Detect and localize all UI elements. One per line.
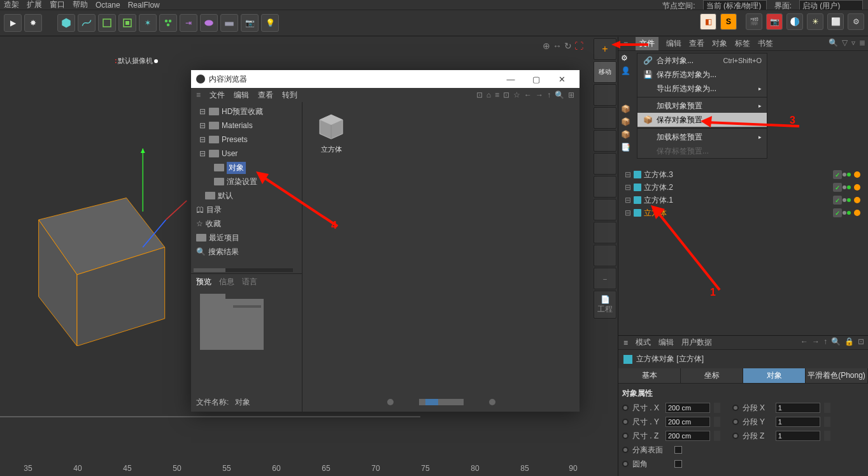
om-menu-object[interactable]: 对象 xyxy=(712,38,727,49)
timeline-ruler[interactable]: 35 40 45 50 55 60 65 70 75 80 85 90 xyxy=(0,464,587,474)
tool[interactable] xyxy=(594,130,616,152)
minimize-icon[interactable]: — xyxy=(498,75,523,84)
plus-icon[interactable]: + xyxy=(594,38,616,60)
separate-checkbox[interactable] xyxy=(674,446,682,454)
generator-icon[interactable] xyxy=(98,14,116,32)
search-icon[interactable]: 🔍 xyxy=(831,337,841,346)
tree-search[interactable]: 🔍搜索结果 xyxy=(194,245,299,259)
tab-info[interactable]: 信息 xyxy=(219,277,234,287)
seg-z-input[interactable] xyxy=(776,431,820,441)
tab-preview[interactable]: 预览 xyxy=(196,277,211,287)
square-icon[interactable]: ⬜ xyxy=(827,13,844,30)
menu-item[interactable]: RealFlow xyxy=(128,1,160,10)
cb-menu-view[interactable]: 查看 xyxy=(258,90,273,101)
icon-btn[interactable]: ◧ xyxy=(700,13,716,30)
size-y-input[interactable] xyxy=(665,417,710,427)
tree-hd[interactable]: ⊟HD预置收藏 xyxy=(194,105,299,119)
seg-y-input[interactable] xyxy=(776,417,820,427)
tool[interactable] xyxy=(594,153,616,175)
project-tool[interactable]: 📄工程 xyxy=(594,291,616,319)
om-menu-tag[interactable]: 标签 xyxy=(735,38,750,49)
thumb-cube[interactable]: 立方体 xyxy=(309,108,353,154)
menu-item[interactable]: 窗口 xyxy=(50,0,65,10)
tree-presets[interactable]: ⊟Presets xyxy=(194,133,299,147)
tree-catalog[interactable]: 🕮目录 xyxy=(194,203,299,217)
rendersettings-icon[interactable]: ✸ xyxy=(24,14,42,32)
deformer-icon[interactable] xyxy=(118,14,136,32)
scroll-dot[interactable] xyxy=(387,399,394,405)
tree-user[interactable]: ⊟User xyxy=(194,147,299,161)
fwd-icon[interactable]: → xyxy=(536,90,543,99)
tab-lang[interactable]: 语言 xyxy=(242,277,257,287)
array-icon[interactable] xyxy=(159,14,177,32)
list-icon[interactable]: ≣ xyxy=(859,38,865,47)
search-icon[interactable]: 🔍 xyxy=(829,38,838,47)
scroll-dot[interactable] xyxy=(489,399,495,405)
vp-icon[interactable]: ⊕ xyxy=(543,41,550,51)
object-row-selected[interactable]: ⊟立方体✓ xyxy=(625,206,864,219)
halftone-icon[interactable] xyxy=(786,13,803,30)
tool[interactable] xyxy=(594,176,616,198)
axis-icon[interactable]: ⇥ xyxy=(180,14,197,32)
filter2-icon[interactable]: ▿ xyxy=(851,38,855,47)
round-checkbox[interactable] xyxy=(674,460,682,468)
filter-icon[interactable]: ▽ xyxy=(842,38,848,47)
object-row[interactable]: ⊟立方体.2✓ xyxy=(625,181,864,194)
tool[interactable] xyxy=(594,199,616,220)
tree-objects[interactable]: 对象 xyxy=(194,161,299,175)
attr-menu-userdata[interactable]: 用户数据 xyxy=(681,337,712,348)
ellipse-icon[interactable] xyxy=(200,14,218,32)
light-icon[interactable]: 💡 xyxy=(261,14,279,32)
menu-save-preset[interactable]: 📦保存对象预置... xyxy=(637,113,767,127)
gear-icon[interactable]: ⚙ xyxy=(848,13,864,30)
tab-phong[interactable]: 平滑着色(Phong) xyxy=(806,368,868,383)
record-icon[interactable]: 📷 xyxy=(766,13,783,30)
slider-icon[interactable]: ≡ xyxy=(495,90,499,99)
zoom-slider[interactable] xyxy=(419,399,464,405)
menu-item[interactable]: 帮助 xyxy=(73,0,88,10)
menu-save-selected[interactable]: 💾保存所选对象为... xyxy=(637,68,767,82)
tree-recent[interactable]: 最近项目 xyxy=(194,231,299,245)
star-icon[interactable]: ☆ xyxy=(513,90,520,99)
takes-icon[interactable]: 🎬 xyxy=(746,13,762,30)
menu-export-selected[interactable]: 导出所选对象为...▸ xyxy=(637,82,767,96)
tool[interactable]: – xyxy=(594,268,616,289)
menu-load-preset[interactable]: 加载对象预置▸ xyxy=(637,99,767,113)
lock-icon[interactable]: 🔒 xyxy=(844,337,854,346)
tab-coord[interactable]: 坐标 xyxy=(681,368,743,383)
hamburger-icon[interactable]: ≡ xyxy=(196,90,201,99)
menu-merge[interactable]: 🔗合并对象...Ctrl+Shift+O xyxy=(637,54,767,68)
maximize-icon[interactable]: ▢ xyxy=(523,75,549,84)
attr-menu-mode[interactable]: 模式 xyxy=(636,337,651,348)
close-icon[interactable]: ✕ xyxy=(549,75,574,84)
spline-icon[interactable] xyxy=(78,14,96,32)
menu-load-tag-preset[interactable]: 加载标签预置▸ xyxy=(637,130,767,144)
object-row[interactable]: ⊟立方体.3✓ xyxy=(625,168,864,181)
tab-object[interactable]: 对象 xyxy=(743,368,806,383)
cb-menu-goto[interactable]: 转到 xyxy=(282,90,297,101)
om-menu-bookmark[interactable]: 书签 xyxy=(758,38,773,49)
vp-icon[interactable]: ↔ xyxy=(553,41,562,51)
icon[interactable]: ⊡ xyxy=(503,90,509,99)
tab-basic[interactable]: 基本 xyxy=(618,368,681,383)
render-icon[interactable]: ▶ xyxy=(4,14,22,32)
nav-fwd-icon[interactable]: → xyxy=(812,337,820,346)
floor-icon[interactable] xyxy=(220,14,238,32)
up-icon[interactable]: ↑ xyxy=(547,90,551,99)
field-icon[interactable]: ✶ xyxy=(139,14,157,32)
gear-icon[interactable]: ⊡ xyxy=(858,337,864,346)
nav-back-icon[interactable]: ← xyxy=(800,337,808,346)
tool[interactable] xyxy=(594,245,616,266)
nav-up-icon[interactable]: ↑ xyxy=(823,337,827,346)
vp-icon[interactable]: ↻ xyxy=(564,41,572,51)
back-icon[interactable]: ← xyxy=(524,90,532,99)
home-icon[interactable]: ⌂ xyxy=(487,90,491,99)
hamburger-icon[interactable]: ≡ xyxy=(623,40,628,48)
om-menu-view[interactable]: 查看 xyxy=(689,38,704,49)
camera-icon[interactable]: 📷 xyxy=(241,14,259,32)
tool[interactable] xyxy=(594,107,616,129)
vp-icon[interactable]: ⛶ xyxy=(574,41,583,51)
dialog-titlebar[interactable]: 内容浏览器 — ▢ ✕ xyxy=(191,70,580,88)
menu-item[interactable]: 扩展 xyxy=(27,0,42,10)
tree-default[interactable]: 默认 xyxy=(194,189,299,203)
